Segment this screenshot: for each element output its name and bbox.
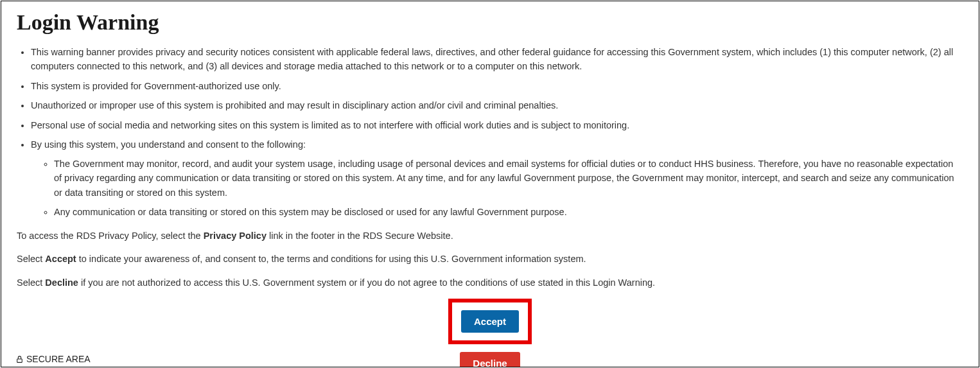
decline-button[interactable]: Decline — [460, 352, 520, 367]
list-item: This system is provided for Government-a… — [31, 79, 963, 93]
decline-bold: Decline — [45, 277, 78, 288]
text: Select — [17, 277, 45, 288]
text: To access the RDS Privacy Policy, select… — [17, 231, 204, 241]
accept-highlight-box: Accept — [448, 299, 532, 344]
page-title: Login Warning — [17, 10, 963, 35]
login-warning-panel: Login Warning This warning banner provid… — [1, 1, 979, 367]
accept-button[interactable]: Accept — [461, 310, 519, 333]
decline-paragraph: Select Decline if you are not authorized… — [17, 276, 963, 290]
privacy-policy-bold: Privacy Policy — [204, 231, 267, 241]
list-item: By using this system, you understand and… — [31, 137, 963, 219]
text: if you are not authorized to access this… — [78, 277, 655, 288]
warning-sublist: The Government may monitor, record, and … — [31, 157, 963, 220]
svg-rect-0 — [17, 358, 22, 362]
text: link in the footer in the RDS Secure Web… — [267, 231, 453, 241]
accept-bold: Accept — [45, 254, 76, 264]
secure-area-label: SECURE AREA — [26, 354, 91, 364]
text: Select — [17, 254, 45, 264]
list-item: Unauthorized or improper use of this sys… — [31, 98, 963, 112]
lock-icon — [15, 355, 24, 364]
list-item: Personal use of social media and network… — [31, 118, 963, 132]
list-item: Any communication or data transiting or … — [54, 205, 963, 219]
list-item-text: By using this system, you understand and… — [31, 139, 306, 150]
button-group: Accept Decline — [17, 299, 963, 367]
privacy-paragraph: To access the RDS Privacy Policy, select… — [17, 229, 963, 243]
list-item: This warning banner provides privacy and… — [31, 45, 963, 74]
text: to indicate your awareness of, and conse… — [76, 254, 586, 264]
accept-paragraph: Select Accept to indicate your awareness… — [17, 252, 963, 266]
list-item: The Government may monitor, record, and … — [54, 157, 963, 200]
secure-area-indicator: SECURE AREA — [15, 354, 91, 364]
warning-list: This warning banner provides privacy and… — [17, 45, 963, 220]
